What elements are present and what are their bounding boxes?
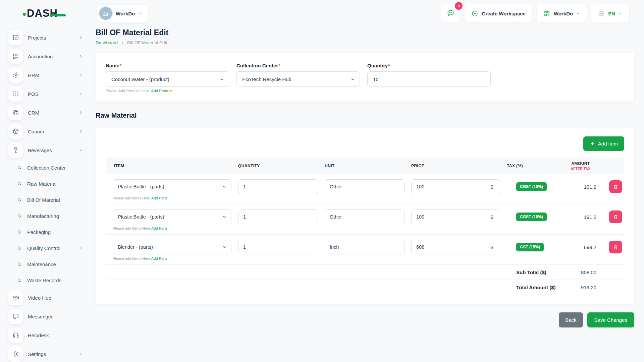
row-helper-text: Please add Items Here (113, 226, 150, 230)
column-header-unit: UNIT (318, 164, 405, 168)
topbar: WorkDo 0 Create Workspace (96, 0, 644, 23)
chevron-down-icon (220, 77, 224, 81)
video-icon (8, 290, 23, 305)
chevron-down-icon (576, 12, 580, 15)
sidebar-subitem-bill-of-material[interactable]: Bill Of Material (0, 192, 96, 208)
language-label: EN (608, 11, 615, 16)
name-select[interactable]: Coconut Water - (product) (106, 71, 229, 87)
dots-grid-icon (8, 86, 23, 102)
column-header-tax: TAX (%) (500, 164, 559, 168)
sidebar-subitem-waste-records[interactable]: Waste Records (0, 272, 96, 288)
workspace-chip[interactable]: WorkDo (97, 5, 148, 22)
trash-icon (613, 184, 619, 190)
row-amount: 191.2 (559, 209, 602, 224)
delete-row-button[interactable] (609, 210, 622, 223)
messages-badge: 0 (455, 2, 463, 10)
dash-logo[interactable]: DASH (0, 6, 96, 21)
sidebar-item-video-hub[interactable]: Video Hub (0, 288, 96, 307)
material-row: Blender - (parts) Please add Items Here … (106, 235, 624, 265)
tax-badge: CGST (10%) (516, 182, 547, 191)
back-button[interactable]: Back (559, 312, 583, 327)
add-parts-link[interactable]: Add Parts (151, 256, 167, 260)
name-helper-text: Please Add Product Here. (106, 89, 150, 93)
sidebar-subitem-collection-center[interactable]: Collection Center (0, 160, 96, 176)
sub-dot-icon (17, 262, 21, 266)
sub-dot-icon (17, 246, 21, 250)
row-amount: 699.2 (559, 240, 602, 254)
main-column: WorkDo 0 Create Workspace (96, 0, 644, 362)
row-unit-input[interactable] (325, 240, 405, 254)
sidebar-subitem-maintenance[interactable]: Maintenance (0, 256, 96, 272)
messages-button[interactable]: 0 (441, 4, 460, 22)
sidebar-item-crm[interactable]: CRM (0, 103, 96, 122)
total-row-total-amount: Total Amount ($)919.20 (106, 280, 624, 295)
breadcrumb: DashboardBill OF Material Edit (96, 40, 634, 45)
logo-bar-icon (50, 14, 66, 16)
row-quantity-input[interactable] (238, 240, 318, 254)
glass-icon (8, 143, 23, 158)
sub-dot-icon (17, 214, 21, 218)
sidebar-subitem-raw-material[interactable]: Raw Material (0, 176, 96, 192)
copy-icon (8, 105, 23, 120)
row-quantity-input[interactable] (238, 179, 318, 194)
item-select[interactable]: Plastic Bottle - (parts) (113, 179, 231, 194)
logo-text: DASH (27, 7, 58, 19)
chevron-down-icon (619, 12, 622, 15)
required-marker: * (278, 63, 280, 68)
sidebar-item-messenger[interactable]: Messenger (0, 307, 96, 326)
name-label: Name (106, 63, 119, 68)
collection-center-select[interactable]: EcoTech Recycle Hub (236, 71, 360, 87)
add-parts-link[interactable]: Add Parts (151, 196, 167, 200)
required-marker: * (120, 63, 122, 68)
breadcrumb-current: Bill OF Material Edit (127, 40, 167, 45)
sidebar-subitem-manufacturing[interactable]: Manufacturing (0, 208, 96, 224)
chevron-right-icon (79, 92, 83, 96)
workspace-menu-button[interactable]: WorkDo (537, 4, 587, 22)
sidebar-item-accounting[interactable]: Accounting (0, 47, 96, 66)
chevron-right-icon (79, 36, 83, 40)
row-amount: 191.2 (559, 179, 602, 194)
sidebar-item-beverages[interactable]: Beverages (0, 141, 96, 160)
raw-material-section-title: Raw Material (96, 112, 634, 119)
quantity-input[interactable] (367, 71, 491, 87)
sidebar-subitem-packaging[interactable]: Packaging (0, 224, 96, 240)
add-product-link[interactable]: Add Product (151, 89, 172, 93)
currency-suffix: $ (484, 240, 500, 254)
sidebar-subitem-quality-control[interactable]: Quality Control (0, 240, 96, 256)
chevron-down-icon (222, 215, 226, 219)
row-price-input[interactable] (412, 240, 484, 254)
row-helper-text: Please add Items Here (113, 196, 150, 200)
row-quantity-input[interactable] (238, 209, 318, 224)
item-select[interactable]: Blender - (parts) (113, 240, 231, 254)
row-price-input[interactable] (412, 180, 484, 194)
chevron-down-icon (139, 11, 143, 15)
sidebar-item-courier[interactable]: Courier (0, 122, 96, 141)
tax-badge: GST (15%) (516, 243, 544, 251)
row-price-input[interactable] (412, 210, 484, 224)
item-select[interactable]: Plastic Bottle - (parts) (113, 209, 231, 224)
gear-icon (8, 347, 23, 362)
row-unit-input[interactable] (325, 209, 405, 224)
chat-bubble-icon (446, 9, 455, 18)
add-parts-link[interactable]: Add Parts (151, 226, 167, 230)
sidebar-item-projects[interactable]: Projects (0, 28, 96, 47)
sidebar-item-hrm[interactable]: HRM (0, 66, 96, 84)
collection-center-label: Collection Center (236, 63, 278, 68)
sidebar-item-pos[interactable]: POS (0, 84, 96, 103)
chevron-right-icon (79, 54, 83, 58)
plus-icon (590, 141, 595, 146)
add-item-button[interactable]: Add item (583, 136, 624, 151)
language-button[interactable]: EN (591, 4, 629, 22)
delete-row-button[interactable] (609, 241, 622, 253)
save-changes-button[interactable]: Save Changes (587, 312, 634, 327)
sub-dot-icon (17, 182, 21, 186)
create-workspace-button[interactable]: Create Workspace (465, 4, 532, 22)
delete-row-button[interactable] (609, 180, 622, 193)
collection-center-field: Collection Center* EcoTech Recycle Hub (236, 63, 360, 93)
sidebar-item-helpdesk[interactable]: Helpdesk (0, 326, 96, 345)
row-unit-input[interactable] (325, 179, 405, 194)
after-tax-subheader: AFTER TAX (559, 167, 602, 171)
sidebar-item-settings[interactable]: Settings (0, 345, 96, 362)
currency-suffix: $ (484, 180, 500, 194)
breadcrumb-link-dashboard[interactable]: Dashboard (96, 40, 118, 45)
